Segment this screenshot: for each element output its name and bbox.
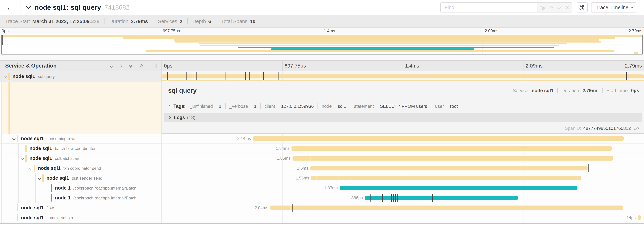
- span-tree-cell[interactable]: node sql1dist sender send: [0, 173, 162, 183]
- timeline-minimap[interactable]: [2, 35, 642, 55]
- span-duration-label: 1.84ms: [276, 146, 292, 151]
- timeline-gridline: [282, 213, 283, 222]
- span-tree-cell[interactable]: node sql1txn coordinator send: [0, 163, 162, 173]
- log-marker-tick: [329, 174, 329, 182]
- meta-separator: [187, 19, 188, 24]
- span-tree-cell[interactable]: node sql1flow: [0, 203, 162, 213]
- span-tree-cell[interactable]: node sql1batch flow coordinator: [0, 144, 162, 153]
- expand-chevron-icon[interactable]: [38, 176, 41, 180]
- link-icon[interactable]: [634, 125, 639, 131]
- collapse-trace-chevron-icon[interactable]: [26, 4, 31, 9]
- tag-value: sql1: [338, 104, 346, 109]
- span-bar[interactable]: [311, 176, 581, 180]
- indent-guide: [10, 173, 10, 183]
- span-timeline-cell[interactable]: 1.6ms: [162, 163, 644, 173]
- indent-guide: [10, 203, 10, 213]
- span-timeline-cell[interactable]: 1.56ms: [162, 173, 644, 183]
- ruler-tick-label: 1.4ms: [405, 63, 419, 69]
- span-timeline-cell[interactable]: 2.04ms: [162, 203, 644, 213]
- span-tree-cell[interactable]: node 1/cockroach.roachpb.Internal/Batch: [0, 183, 162, 193]
- tag-equals: =: [334, 104, 336, 109]
- minimap-span-bar: [146, 50, 614, 52]
- chevron-right-icon: [168, 105, 170, 108]
- span-bar[interactable]: [292, 156, 613, 161]
- span-tree-cell[interactable]: node sql1sql query: [0, 71, 162, 82]
- span-tree-cell[interactable]: node sql1colbatchscan: [0, 153, 162, 163]
- operation-name: sql query: [38, 74, 55, 79]
- indent-guide: [10, 183, 10, 193]
- tag-value: 1: [219, 104, 221, 109]
- service-name: node sql1batch flow coordinator: [30, 146, 96, 151]
- minimap-drag-handle[interactable]: [2, 35, 3, 45]
- log-marker-tick: [193, 72, 193, 80]
- span-bar[interactable]: [292, 146, 612, 151]
- trace-meta-item: Total Spans10: [221, 19, 256, 24]
- indent-guide: [2, 183, 2, 193]
- timeline-ruler: 0μs697.75μs1.4ms2.09ms2.79ms: [162, 61, 644, 71]
- tag-equals: =: [214, 104, 217, 109]
- find-clear-icon[interactable]: ×: [566, 5, 569, 10]
- span-tree-cell[interactable]: node 1/cockroach.roachpb.Internal/Batch: [0, 193, 162, 203]
- indent-guide: [10, 144, 10, 153]
- span-timeline-cell[interactable]: 14μs: [162, 213, 644, 223]
- expand-chevron-icon[interactable]: [4, 75, 7, 78]
- span-timeline-cell[interactable]: 1.85ms: [162, 153, 644, 163]
- tag-value: 1: [254, 104, 256, 109]
- locate-icon[interactable]: ◎: [540, 5, 545, 10]
- span-bar[interactable]: [253, 136, 624, 141]
- span-bar[interactable]: [638, 215, 641, 220]
- log-marker-tick: [272, 204, 272, 212]
- indent-guide: [10, 213, 10, 222]
- find-next-icon[interactable]: [558, 6, 561, 9]
- ruler-tick-label: 2.79ms: [625, 63, 642, 69]
- find-prev-icon[interactable]: [550, 6, 553, 9]
- trace-timeline-view-button[interactable]: Trace Timeline: [591, 3, 637, 13]
- span-bar[interactable]: [310, 166, 588, 170]
- ruler-tick-label: 697.75μs: [163, 29, 180, 33]
- span-bar[interactable]: [162, 75, 644, 78]
- indent-guide: [10, 193, 10, 203]
- service-name: node 1/cockroach.roachpb.Internal/Batch: [55, 185, 136, 191]
- keyboard-shortcuts-button[interactable]: ⌘: [576, 3, 588, 13]
- indent-guide: [27, 193, 27, 203]
- span-timeline-cell[interactable]: 2.14ms: [162, 134, 644, 144]
- expand-chevron-icon[interactable]: [21, 157, 24, 160]
- span-bar[interactable]: [365, 196, 518, 200]
- span-timeline-cell[interactable]: [162, 71, 644, 82]
- horizontal-scrollbar[interactable]: [0, 223, 644, 224]
- collapse-one-icon[interactable]: [110, 65, 113, 67]
- log-marker-tick: [225, 72, 226, 80]
- span-timeline-cell[interactable]: 1.84ms: [162, 144, 644, 153]
- indent-guide: [2, 163, 2, 173]
- indent-guide: [18, 183, 19, 193]
- collapse-all-icon[interactable]: [129, 64, 132, 68]
- span-tree-cell[interactable]: node sql1consuming rows: [0, 134, 162, 144]
- tag-item: statement=SELECT * FROM users: [354, 104, 427, 109]
- tag-equals: =: [250, 104, 252, 109]
- service-name: node 1/cockroach.roachpb.Internal/Batch: [55, 195, 136, 201]
- span-bar[interactable]: [340, 186, 578, 190]
- indent-guide: [2, 213, 2, 222]
- tag-separator: [260, 103, 261, 109]
- ruler-tick-label: 2.79ms: [628, 29, 642, 33]
- trace-header: ← node sql1: sql query 7418682 ◎ × ⌘ Tra…: [0, 0, 644, 15]
- minimap-row: [2, 50, 642, 52]
- span-duration-label: 2.14ms: [237, 136, 253, 141]
- span-timeline-cell[interactable]: 886μs: [162, 193, 644, 203]
- meta-separator: [216, 19, 216, 24]
- tags-section[interactable]: Tags: _unfinished=1_verbose=1client=127.…: [168, 101, 639, 111]
- expand-one-icon[interactable]: [120, 65, 122, 67]
- expand-all-icon[interactable]: [139, 65, 142, 67]
- service-name: node sql1sql query: [12, 74, 55, 79]
- span-timeline-cell[interactable]: 1.37ms: [162, 183, 644, 193]
- span-tree-cell[interactable]: node sql1commit sql txn: [0, 213, 162, 223]
- expand-chevron-icon[interactable]: [29, 167, 32, 170]
- find-input[interactable]: [440, 3, 538, 13]
- logs-section[interactable]: Logs (18): [164, 113, 642, 122]
- back-arrow-icon[interactable]: ←: [6, 4, 14, 11]
- column-resize-handle[interactable]: [155, 64, 157, 68]
- span-bar[interactable]: [270, 205, 623, 210]
- log-marker-tick: [517, 194, 517, 202]
- back-button[interactable]: ←: [0, 0, 20, 15]
- expand-chevron-icon[interactable]: [12, 137, 16, 140]
